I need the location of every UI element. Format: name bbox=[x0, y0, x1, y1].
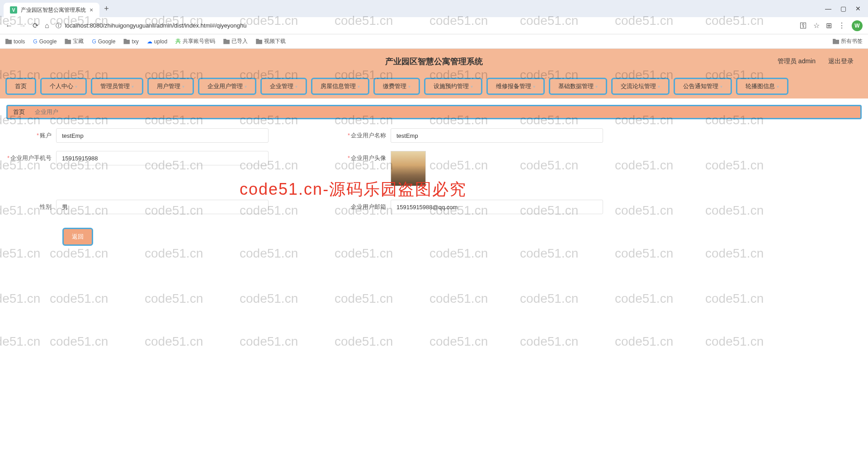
bookmark-txy[interactable]: txy bbox=[123, 38, 138, 45]
chevron-down-icon: ▾ bbox=[595, 84, 598, 89]
breadcrumb-current: 企业用户 bbox=[35, 108, 58, 115]
site-info-icon[interactable]: ⓘ bbox=[56, 22, 61, 30]
watermark: code51.cn bbox=[335, 334, 393, 349]
nav-item-7[interactable]: 缴费管理▾ bbox=[373, 78, 420, 95]
logout-button[interactable]: 退出登录 bbox=[828, 57, 854, 66]
bookmark-all[interactable]: 所有书签 bbox=[833, 38, 863, 45]
chevron-down-icon: ▾ bbox=[295, 84, 297, 89]
avatar-label: *企业用户头像 bbox=[341, 151, 391, 165]
watermark: code51.cn bbox=[520, 291, 578, 306]
browser-tab-strip: V 产业园区智慧公寓管理系统 × + — ▢ ✕ bbox=[0, 0, 868, 17]
bookmark-google2[interactable]: GGoogle bbox=[92, 38, 115, 45]
watermark: code51.cn bbox=[615, 334, 673, 349]
chevron-down-icon: ▾ bbox=[132, 84, 134, 89]
bookmark-shared[interactable]: 共共享账号密码 bbox=[175, 38, 215, 45]
nav-item-11[interactable]: 交流论坛管理▾ bbox=[611, 78, 670, 95]
watermark: code51.cn bbox=[50, 291, 108, 306]
back-icon[interactable]: ← bbox=[5, 22, 13, 30]
watermark: code51.cn bbox=[520, 334, 578, 349]
url-text: localhost:8080/zhihuigongyuguanli/admin/… bbox=[65, 22, 247, 29]
breadcrumb: 首页 企业用户 bbox=[6, 105, 862, 119]
phone-value: 15915915988 bbox=[56, 151, 269, 165]
breadcrumb-home[interactable]: 首页 bbox=[13, 108, 25, 115]
bookmark-tools[interactable]: tools bbox=[5, 38, 25, 45]
account-value: testEmp bbox=[56, 128, 269, 143]
key-icon[interactable]: ⚿ bbox=[800, 22, 807, 30]
chevron-down-icon: ▾ bbox=[533, 84, 535, 89]
nav-item-5[interactable]: 企业管理▾ bbox=[260, 78, 307, 95]
chevron-down-icon: ▾ bbox=[471, 84, 473, 89]
url-box[interactable]: ⓘ localhost:8080/zhihuigongyuguanli/admi… bbox=[56, 22, 247, 30]
watermark: code51.cn bbox=[0, 291, 40, 306]
chevron-down-icon: ▾ bbox=[182, 84, 184, 89]
watermark: code51.cn bbox=[0, 334, 40, 349]
admin-label[interactable]: 管理员 admin bbox=[778, 57, 816, 66]
watermark: code51.cn bbox=[429, 291, 488, 306]
watermark: code51.cn bbox=[705, 334, 764, 349]
nav-item-2[interactable]: 管理员管理▾ bbox=[91, 78, 143, 95]
tab-close-icon[interactable]: × bbox=[90, 6, 93, 14]
gender-label: 性别 bbox=[6, 200, 56, 214]
bookmark-imported[interactable]: 已导入 bbox=[223, 38, 248, 45]
chevron-down-icon: ▾ bbox=[408, 84, 410, 89]
maximize-icon[interactable]: ▢ bbox=[840, 5, 846, 12]
name-label: *企业用户名称 bbox=[341, 128, 391, 143]
watermark: code51.cn bbox=[705, 291, 764, 306]
star-icon[interactable]: ☆ bbox=[813, 21, 820, 30]
home-icon[interactable]: ⌂ bbox=[45, 22, 49, 30]
chevron-down-icon: ▾ bbox=[358, 84, 360, 89]
chevron-down-icon: ▾ bbox=[720, 84, 722, 89]
avatar-image bbox=[391, 151, 426, 186]
bookmark-video[interactable]: 视频下载 bbox=[256, 38, 286, 45]
menu-icon[interactable]: ⋮ bbox=[838, 21, 845, 30]
bookmark-google[interactable]: GGoogle bbox=[33, 38, 57, 45]
new-tab-button[interactable]: + bbox=[99, 4, 113, 14]
email-label: 企业用户邮箱 bbox=[341, 200, 391, 214]
watermark: code51.cn bbox=[429, 334, 488, 349]
watermark: code51.cn bbox=[240, 291, 298, 306]
watermark: code51.cn bbox=[50, 334, 108, 349]
nav-item-6[interactable]: 房屋信息管理▾ bbox=[311, 78, 369, 95]
bookmark-baozang[interactable]: 宝藏 bbox=[65, 38, 84, 45]
nav-item-1[interactable]: 个人中心▾ bbox=[40, 78, 87, 95]
chevron-down-icon: ▾ bbox=[75, 84, 77, 89]
phone-label: *企业用户手机号 bbox=[6, 151, 56, 165]
profile-avatar[interactable]: W bbox=[852, 20, 863, 31]
gender-value: 男 bbox=[56, 200, 269, 214]
main-nav: 首页个人中心▾管理员管理▾用户管理▾企业用户管理▾企业管理▾房屋信息管理▾缴费管… bbox=[0, 74, 868, 98]
watermark: code51.cn bbox=[145, 334, 203, 349]
chevron-down-icon: ▾ bbox=[245, 84, 247, 89]
chevron-down-icon: ▾ bbox=[777, 84, 779, 89]
tab-favicon: V bbox=[10, 6, 17, 14]
nav-item-13[interactable]: 轮播图信息▾ bbox=[736, 78, 788, 95]
bookmarks-bar: tools GGoogle 宝藏 GGoogle txy ☁uplod 共共享账… bbox=[0, 34, 868, 49]
watermark: code51.cn bbox=[615, 291, 673, 306]
tab-title: 产业园区智慧公寓管理系统 bbox=[21, 6, 86, 14]
window-controls: — ▢ ✕ bbox=[825, 5, 864, 12]
extensions-icon[interactable]: ⊞ bbox=[826, 21, 832, 30]
watermark: code51.cn bbox=[335, 291, 393, 306]
name-value: testEmp bbox=[391, 128, 603, 143]
nav-item-8[interactable]: 设施预约管理▾ bbox=[424, 78, 482, 95]
nav-item-12[interactable]: 公告通知管理▾ bbox=[674, 78, 732, 95]
reload-icon[interactable]: ⟳ bbox=[33, 21, 38, 30]
minimize-icon[interactable]: — bbox=[825, 5, 831, 12]
account-label: *账户 bbox=[6, 128, 56, 143]
nav-item-10[interactable]: 基础数据管理▾ bbox=[549, 78, 607, 95]
bookmark-uplod[interactable]: ☁uplod bbox=[147, 38, 167, 45]
forward-icon[interactable]: → bbox=[19, 22, 26, 30]
nav-item-9[interactable]: 维修报备管理▾ bbox=[486, 78, 545, 95]
watermark: code51.cn bbox=[240, 334, 298, 349]
browser-tab[interactable]: V 产业园区智慧公寓管理系统 × bbox=[4, 3, 99, 17]
chevron-down-icon: ▾ bbox=[658, 84, 660, 89]
watermark: code51.cn bbox=[145, 291, 203, 306]
back-button[interactable]: 返回 bbox=[62, 228, 93, 246]
nav-item-0[interactable]: 首页 bbox=[5, 78, 36, 95]
nav-item-3[interactable]: 用户管理▾ bbox=[147, 78, 194, 95]
address-bar: ← → ⟳ ⌂ ⓘ localhost:8080/zhihuigongyugua… bbox=[0, 17, 868, 34]
email-value: 15915915988@qq.com bbox=[391, 200, 603, 214]
close-window-icon[interactable]: ✕ bbox=[855, 5, 861, 12]
app-title: 产业园区智慧公寓管理系统 bbox=[385, 56, 483, 67]
form-area: *账户 testEmp *企业用户名称 testEmp *企业用户手机号 159… bbox=[0, 124, 868, 250]
nav-item-4[interactable]: 企业用户管理▾ bbox=[198, 78, 256, 95]
